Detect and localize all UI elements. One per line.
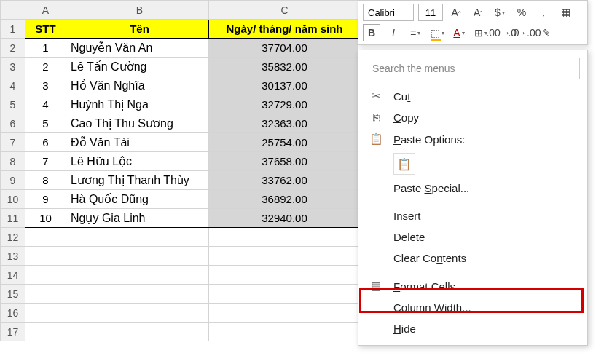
row-header[interactable]: 15 — [1, 285, 26, 304]
cell[interactable]: 8 — [26, 171, 66, 190]
decrease-font-icon[interactable]: Aˇ — [469, 4, 487, 21]
cell[interactable] — [209, 323, 361, 341]
cell[interactable]: 7 — [26, 152, 66, 171]
cell[interactable]: 32363.00 — [209, 114, 361, 133]
cell[interactable] — [66, 266, 209, 285]
increase-font-icon[interactable]: A^ — [447, 4, 465, 21]
cell[interactable]: 32729.00 — [209, 95, 361, 114]
row-header[interactable]: 9 — [1, 171, 26, 190]
cell[interactable]: 33762.00 — [209, 171, 361, 190]
cell[interactable]: 2 — [26, 58, 66, 76]
col-header-a[interactable]: A — [26, 1, 66, 20]
italic-button[interactable]: I — [385, 24, 402, 41]
cell[interactable]: Lê Tấn Cường — [66, 58, 209, 76]
table-icon[interactable]: ▦ — [557, 4, 574, 21]
row-header[interactable]: 6 — [1, 114, 26, 133]
comma-icon[interactable]: , — [535, 4, 552, 21]
row-header[interactable]: 1 — [1, 20, 26, 39]
row-header[interactable]: 10 — [1, 190, 26, 209]
row-header[interactable]: 13 — [1, 247, 26, 266]
cell[interactable]: 3 — [26, 76, 66, 95]
cell[interactable]: 4 — [26, 95, 66, 114]
menu-format-cells[interactable]: ▤ Format Cells... — [358, 275, 587, 297]
cell[interactable]: 5 — [26, 114, 66, 133]
cell[interactable]: Cao Thị Thu Sương — [66, 114, 209, 133]
cell[interactable] — [209, 247, 361, 266]
row-header[interactable]: 5 — [1, 95, 26, 114]
cell[interactable]: Ngụy Gia Linh — [66, 209, 209, 228]
menu-column-width[interactable]: Column Width... — [358, 297, 587, 318]
menu-paste-special[interactable]: Paste Special... — [358, 178, 587, 199]
fill-color-icon[interactable]: ⬚ — [428, 24, 446, 41]
paste-default-icon[interactable]: 📋 — [393, 153, 415, 175]
cell[interactable] — [66, 247, 209, 266]
col-header-b[interactable]: B — [66, 1, 209, 20]
cell-header-ten[interactable]: Tên — [66, 20, 209, 39]
cell[interactable]: Đỗ Văn Tài — [66, 133, 209, 152]
row-header[interactable]: 2 — [1, 39, 26, 58]
cell[interactable]: 6 — [26, 133, 66, 152]
cell[interactable] — [26, 247, 66, 266]
spreadsheet-grid[interactable]: A B C 1 STT Tên Ngày/ tháng/ năm sinh 21… — [0, 0, 361, 341]
cell-header-stt[interactable]: STT — [26, 20, 66, 39]
menu-copy[interactable]: ⎘ Copy — [358, 107, 587, 128]
row-header[interactable]: 14 — [1, 266, 26, 285]
cell[interactable]: 25754.00 — [209, 133, 361, 152]
increase-decimal-icon[interactable]: .0→.00 — [516, 24, 533, 41]
align-icon[interactable]: ≡ — [407, 24, 424, 41]
font-name-field[interactable]: Calibri — [363, 4, 414, 21]
col-header-c[interactable]: C — [209, 1, 361, 20]
cell[interactable] — [209, 285, 361, 304]
font-color-icon[interactable]: A — [450, 24, 468, 41]
cell[interactable] — [26, 228, 66, 247]
cell[interactable] — [26, 304, 66, 323]
cell[interactable]: 9 — [26, 190, 66, 209]
cell[interactable]: Hà Quốc Dũng — [66, 190, 209, 209]
menu-search-input[interactable]: Search the menus — [366, 58, 580, 79]
cell[interactable]: 1 — [26, 39, 66, 58]
row-header[interactable]: 12 — [1, 228, 26, 247]
cell[interactable]: Nguyễn Văn An — [66, 39, 209, 58]
row-header[interactable]: 7 — [1, 133, 26, 152]
row-header[interactable]: 3 — [1, 58, 26, 76]
cell[interactable] — [209, 228, 361, 247]
row-header[interactable]: 17 — [1, 323, 26, 341]
mini-toolbar: Calibri 11 A^ Aˇ $ % , ▦ B I ≡ ⬚ A ⊞ .00… — [358, 0, 588, 45]
cell[interactable]: 35832.00 — [209, 58, 361, 76]
cell[interactable] — [66, 285, 209, 304]
menu-delete[interactable]: Delete — [358, 226, 587, 248]
cell-header-date[interactable]: Ngày/ tháng/ năm sinh — [209, 20, 361, 39]
menu-insert[interactable]: Insert — [358, 205, 587, 226]
cell[interactable]: Huỳnh Thị Nga — [66, 95, 209, 114]
cell[interactable]: 32940.00 — [209, 209, 361, 228]
format-painter-icon[interactable]: ✎ — [538, 24, 555, 41]
currency-icon[interactable]: $ — [491, 4, 509, 21]
cell[interactable]: 36892.00 — [209, 190, 361, 209]
cell[interactable] — [66, 323, 209, 341]
cell[interactable]: 10 — [26, 209, 66, 228]
cell[interactable]: 37658.00 — [209, 152, 361, 171]
cell[interactable]: Lương Thị Thanh Thùy — [66, 171, 209, 190]
menu-hide[interactable]: Hide — [358, 318, 587, 339]
cell[interactable] — [26, 285, 66, 304]
row-header[interactable]: 4 — [1, 76, 26, 95]
cell[interactable]: 37704.00 — [209, 39, 361, 58]
cell[interactable]: Lê Hữu Lộc — [66, 152, 209, 171]
cell[interactable] — [26, 266, 66, 285]
row-header[interactable]: 8 — [1, 152, 26, 171]
menu-clear-contents[interactable]: Clear Contents — [358, 248, 587, 269]
menu-cut[interactable]: ✂ Cut — [358, 85, 587, 107]
cell[interactable] — [209, 266, 361, 285]
cell[interactable]: 30137.00 — [209, 76, 361, 95]
cell[interactable] — [66, 304, 209, 323]
row-header[interactable]: 16 — [1, 304, 26, 323]
font-size-field[interactable]: 11 — [418, 4, 443, 21]
corner-cell[interactable] — [1, 1, 26, 20]
cell[interactable] — [26, 323, 66, 341]
cell[interactable] — [209, 304, 361, 323]
cell[interactable] — [66, 228, 209, 247]
percent-icon[interactable]: % — [513, 4, 530, 21]
cell[interactable]: Hồ Văn Nghĩa — [66, 76, 209, 95]
bold-button[interactable]: B — [363, 24, 380, 41]
row-header[interactable]: 11 — [1, 209, 26, 228]
